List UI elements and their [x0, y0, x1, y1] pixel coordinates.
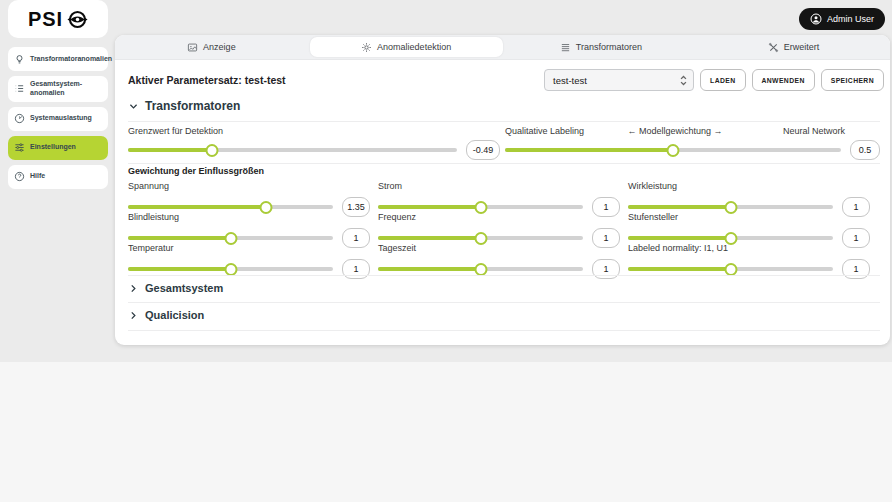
labeled-normality-slider[interactable] [628, 262, 833, 276]
slider-fill [128, 205, 266, 209]
modellgewichtung-slider-row: 0.5 [505, 140, 880, 160]
sidebar-item-label: Einstellungen [30, 143, 76, 152]
slider-fill [628, 236, 731, 240]
tab-anzeige[interactable]: Anzeige [115, 35, 308, 59]
tools-icon [768, 42, 779, 53]
parameter-bar: Aktiver Parametersatz: test-test test-te… [128, 68, 884, 92]
sidebar-item-transformatoranomalien[interactable]: Transformatoranomalien [8, 47, 108, 71]
image-icon [187, 42, 198, 53]
tageszeit-slider[interactable] [378, 262, 583, 276]
sidebar-item-label: Transformatoranomalien [30, 55, 112, 64]
weight-label: Strom [378, 181, 620, 191]
modellgewichtung-slider[interactable] [505, 143, 841, 157]
tab-label: Anzeige [203, 42, 236, 52]
rows-icon [560, 42, 571, 53]
sidebar-item-systemauslastung[interactable]: Systemauslastung [8, 107, 108, 131]
list-icon [14, 83, 25, 94]
active-parameterset-label: Aktiver Parametersatz: test-test [128, 74, 286, 86]
slider-thumb[interactable] [724, 263, 737, 276]
weight-cell-temperatur: Temperatur 1 [128, 243, 370, 279]
divider [128, 121, 880, 122]
section-title: Gesamtsystem [145, 282, 223, 294]
tab-label: Anomaliedetektion [377, 42, 451, 52]
temperatur-slider[interactable] [128, 262, 333, 276]
slider-fill [128, 267, 231, 271]
weight-cell-labeled-normality: Labeled normality: I1, U1 1 [628, 243, 870, 279]
parameterset-select-value: test-test [553, 75, 587, 86]
tageszeit-value[interactable]: 1 [592, 259, 620, 279]
slider-fill [628, 205, 731, 209]
weight-label: Labeled normality: I1, U1 [628, 243, 870, 253]
tab-label: Transformatoren [576, 42, 642, 52]
neural-network-label: Neural Network [783, 126, 845, 136]
admin-user-label: Admin User [827, 14, 874, 24]
section-qualicision[interactable]: Qualicision [128, 309, 204, 321]
slider-fill [378, 236, 481, 240]
sidebar-item-einstellungen[interactable]: Einstellungen [8, 136, 108, 160]
slider-thumb[interactable] [224, 263, 237, 276]
chevron-right-icon [128, 310, 139, 321]
lightbulb-icon [14, 54, 25, 65]
qualitative-labeling-label: Qualitative Labeling [505, 126, 584, 136]
weight-label: Frequenz [378, 212, 620, 222]
help-icon [14, 171, 25, 182]
weight-label: Blindleistung [128, 212, 370, 222]
slider-fill [505, 148, 673, 152]
tab-label: Erweitert [784, 42, 820, 52]
section-transformatoren[interactable]: Transformatoren [128, 99, 240, 113]
parameterset-select[interactable]: test-test [544, 69, 694, 91]
sidebar-item-label: Gesamtsystem-anomalien [30, 80, 102, 98]
sidebar-item-label: Systemauslastung [30, 114, 92, 123]
modellgewichtung-labels: Qualitative Labeling ← Modellgewichtung … [505, 126, 845, 138]
divider [128, 302, 880, 303]
divider [128, 275, 880, 276]
weights-title: Gewichtung der Einflussgrößen [128, 166, 264, 176]
sidebar-item-gesamtsystemanomalien[interactable]: Gesamtsystem-anomalien [8, 76, 108, 102]
slider-fill [128, 148, 212, 152]
logo-text: PSI [28, 8, 63, 31]
parameter-actions: test-test LADEN ANWENDEN SPEICHERN [544, 69, 884, 91]
divider [128, 330, 880, 331]
slider-thumb[interactable] [667, 144, 680, 157]
weight-cell-tageszeit: Tageszeit 1 [378, 243, 620, 279]
weight-label: Spannung [128, 181, 370, 191]
grenzwert-value[interactable]: -0.49 [466, 140, 500, 160]
speichern-button[interactable]: SPEICHERN [821, 69, 884, 91]
weight-label: Stufensteller [628, 212, 870, 222]
grenzwert-slider-row: -0.49 [128, 140, 500, 160]
select-stepper-icon [679, 74, 688, 87]
labeled-normality-value[interactable]: 1 [842, 259, 870, 279]
laden-button[interactable]: LADEN [700, 69, 745, 91]
settings-panel: Anzeige Anomaliedetektion Transformatore… [115, 35, 890, 345]
user-icon [810, 13, 822, 25]
slider-thumb[interactable] [474, 263, 487, 276]
weight-label: Tageszeit [378, 243, 620, 253]
anwenden-button[interactable]: ANWENDEN [752, 69, 815, 91]
gauge-icon [14, 113, 25, 124]
chevron-down-icon [128, 101, 139, 112]
sidebar-item-hilfe[interactable]: Hilfe [8, 165, 108, 189]
slider-fill [378, 267, 481, 271]
psi-globe-icon [67, 9, 88, 30]
sliders-icon [14, 142, 25, 153]
temperatur-value[interactable]: 1 [342, 259, 370, 279]
slider-fill [378, 205, 481, 209]
chevron-right-icon [128, 283, 139, 294]
tab-erweitert[interactable]: Erweitert [697, 35, 890, 59]
section-gesamtsystem[interactable]: Gesamtsystem [128, 282, 223, 294]
admin-user-button[interactable]: Admin User [799, 8, 885, 30]
section-title: Qualicision [145, 309, 204, 321]
sidebar-item-label: Hilfe [30, 172, 45, 181]
grenzwert-label: Grenzwert für Detektion [128, 126, 223, 136]
weight-label: Temperatur [128, 243, 370, 253]
weight-label: Wirkleistung [628, 181, 870, 191]
modellgewichtung-value[interactable]: 0.5 [850, 140, 880, 160]
slider-thumb[interactable] [205, 144, 218, 157]
logo: PSI [8, 0, 108, 38]
modellgewichtung-label: ← Modellgewichtung → [627, 126, 722, 136]
grenzwert-slider[interactable] [128, 143, 457, 157]
tab-transformatoren[interactable]: Transformatoren [505, 35, 698, 59]
slider-fill [628, 267, 731, 271]
tab-anomaliedetektion[interactable]: Anomaliedetektion [310, 37, 503, 57]
slider-fill [128, 236, 231, 240]
